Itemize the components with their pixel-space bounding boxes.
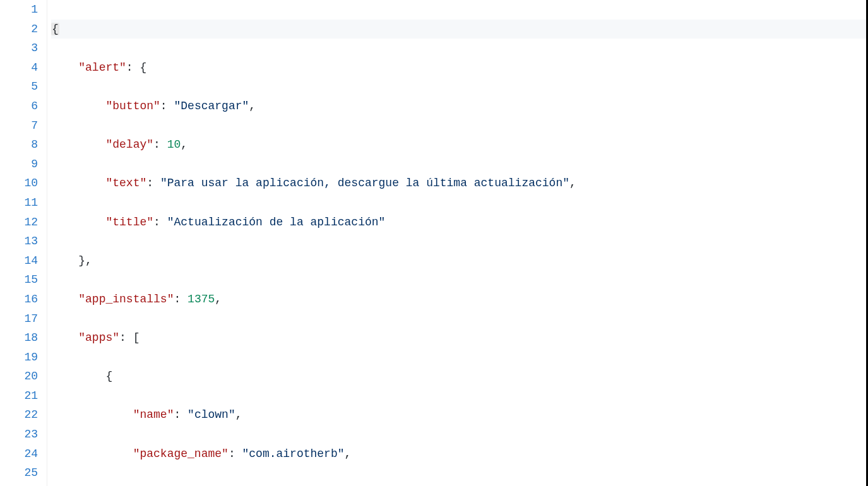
code-line: }, [51,251,866,271]
line-number: 12 [0,213,38,232]
line-number: 9 [0,155,38,174]
line-number: 24 [0,444,38,464]
line-number: 3 [0,39,38,58]
code-line: "package_name": "com.airotherb", [51,444,866,464]
line-number: 13 [0,232,38,251]
line-number: 5 [0,77,38,97]
code-line: "url": "https://github.com/k6062019/qq/r… [51,483,866,486]
line-number: 23 [0,425,38,444]
code-line: { [51,20,866,39]
line-number: 21 [0,386,38,406]
code-line: "name": "clown", [51,405,866,425]
line-number: 6 [0,97,38,116]
code-line: "delay": 10, [51,135,866,155]
line-number: 16 [0,290,38,309]
line-number: 18 [0,328,38,348]
line-number: 1 [0,0,38,20]
line-number: 17 [0,309,38,329]
code-line: "text": "Para usar la aplicación, descar… [51,174,866,193]
line-number: 14 [0,251,38,271]
code-line: "alert": { [51,58,866,78]
line-number: 22 [0,405,38,425]
line-number: 7 [0,116,38,136]
line-number: 11 [0,193,38,213]
line-number: 15 [0,270,38,290]
code-editor: 1 2 3 4 5 6 7 8 9 10 11 12 13 14 15 16 1… [0,0,868,486]
line-number: 19 [0,348,38,367]
line-number: 10 [0,174,38,193]
line-number: 20 [0,367,38,386]
line-number: 25 [0,463,38,483]
code-line: "apps": [ [51,328,866,348]
code-line: "button": "Descargar", [51,97,866,116]
line-number-gutter: 1 2 3 4 5 6 7 8 9 10 11 12 13 14 15 16 1… [0,0,47,486]
line-number: 8 [0,135,38,155]
line-number: 2 [0,20,38,39]
line-number: 4 [0,58,38,78]
code-line: "title": "Actualización de la aplicación… [51,213,866,232]
code-line: "app_installs": 1375, [51,290,866,309]
code-area[interactable]: { "alert": { "button": "Descargar", "del… [47,0,866,486]
code-line: { [51,367,866,386]
